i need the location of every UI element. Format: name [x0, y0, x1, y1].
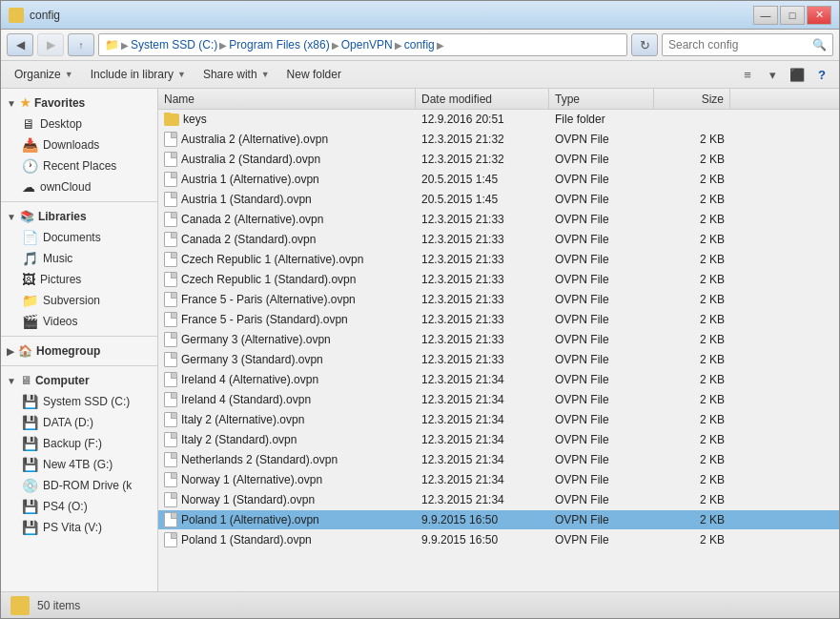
table-row[interactable]: Norway 1 (Standard).ovpn12.3.2015 21:34O… — [158, 490, 839, 510]
sidebar-item-desktop[interactable]: 🖥 Desktop — [1, 113, 157, 134]
table-row[interactable]: Austria 1 (Standard).ovpn20.5.2015 1:45O… — [158, 190, 839, 210]
breadcrumb-item-c[interactable]: System SSD (C:) — [131, 38, 217, 52]
table-row[interactable]: Canada 2 (Standard).ovpn12.3.2015 21:33O… — [158, 230, 839, 250]
sidebar-item-bd-rom[interactable]: 💿 BD-ROM Drive (k — [1, 475, 157, 496]
table-row[interactable]: keys12.9.2016 20:51File folder — [158, 110, 839, 130]
share-with-button[interactable]: Share with ▼ — [195, 63, 277, 86]
table-row[interactable]: Italy 2 (Standard).ovpn12.3.2015 21:34OV… — [158, 430, 839, 450]
file-size-cell: 2 KB — [654, 373, 730, 386]
table-row[interactable]: Norway 1 (Alternative).ovpn12.3.2015 21:… — [158, 470, 839, 490]
sidebar-item-system-ssd[interactable]: 💾 System SSD (C:) — [1, 391, 157, 412]
file-date-cell: 12.3.2015 21:33 — [416, 253, 549, 266]
table-row[interactable]: France 5 - Paris (Standard).ovpn12.3.201… — [158, 310, 839, 330]
file-icon — [164, 192, 177, 207]
include-library-button[interactable]: Include in library ▼ — [83, 63, 194, 86]
search-input[interactable] — [668, 38, 812, 52]
file-date-cell: 12.3.2015 21:34 — [416, 393, 549, 406]
item-count: 50 items — [37, 599, 80, 612]
view-options-button[interactable]: ▾ — [761, 64, 784, 85]
table-row[interactable]: Australia 2 (Alternative).ovpn12.3.2015 … — [158, 130, 839, 150]
file-name-cell: Italy 2 (Standard).ovpn — [158, 432, 416, 447]
libraries-header[interactable]: ▼ 📚 Libraries — [1, 206, 157, 227]
file-type-cell: OVPN File — [549, 513, 654, 526]
breadcrumb-item-program-files[interactable]: Program Files (x86) — [229, 38, 329, 52]
table-row[interactable]: Germany 3 (Standard).ovpn12.3.2015 21:33… — [158, 350, 839, 370]
sidebar-item-documents[interactable]: 📄 Documents — [1, 227, 157, 248]
sidebar-item-recent-places[interactable]: 🕐 Recent Places — [1, 155, 157, 176]
file-table[interactable]: Name Date modified Type Size keys12.9.20… — [158, 89, 839, 591]
table-row[interactable]: Germany 3 (Alternative).ovpn12.3.2015 21… — [158, 330, 839, 350]
breadcrumb[interactable]: 📁 ▶ System SSD (C:) ▶ Program Files (x86… — [98, 33, 627, 56]
header-name[interactable]: Name — [158, 89, 416, 109]
maximize-button[interactable]: □ — [780, 6, 805, 25]
sidebar-item-music[interactable]: 🎵 Music — [1, 248, 157, 269]
favorites-header[interactable]: ▼ ★ Favorites — [1, 93, 157, 113]
file-type-cell: OVPN File — [549, 393, 654, 406]
table-row[interactable]: Ireland 4 (Alternative).ovpn12.3.2015 21… — [158, 370, 839, 390]
table-row[interactable]: Canada 2 (Alternative).ovpn12.3.2015 21:… — [158, 210, 839, 230]
table-row[interactable]: Netherlands 2 (Standard).ovpn12.3.2015 2… — [158, 450, 839, 470]
sidebar-item-pictures[interactable]: 🖼 Pictures — [1, 269, 157, 290]
homegroup-header[interactable]: ▶ 🏠 Homegroup — [1, 340, 157, 361]
file-size-cell: 2 KB — [654, 313, 730, 326]
minimize-button[interactable]: — — [753, 6, 778, 25]
view-details-button[interactable]: ≡ — [736, 64, 759, 85]
sidebar-item-subversion-label: Subversion — [43, 294, 100, 307]
file-size-cell: 2 KB — [654, 273, 730, 286]
back-button[interactable]: ◀ — [7, 33, 33, 56]
file-icon — [164, 392, 177, 407]
file-size-cell: 2 KB — [654, 393, 730, 406]
new-folder-button[interactable]: New folder — [279, 63, 349, 86]
sidebar-item-owncloud-label: ownCloud — [40, 180, 91, 194]
table-row[interactable]: Australia 2 (Standard).ovpn12.3.2015 21:… — [158, 150, 839, 170]
sidebar-item-videos[interactable]: 🎬 Videos — [1, 311, 157, 332]
sidebar-item-data-d-label: DATA (D:) — [43, 416, 93, 429]
help-button[interactable]: ? — [810, 64, 833, 85]
table-row[interactable]: Czech Republic 1 (Alternative).ovpn12.3.… — [158, 250, 839, 270]
sidebar-item-documents-label: Documents — [43, 231, 101, 244]
sidebar-item-music-label: Music — [43, 252, 72, 265]
table-row[interactable]: Italy 2 (Alternative).ovpn12.3.2015 21:3… — [158, 410, 839, 430]
sidebar-item-subversion[interactable]: 📁 Subversion — [1, 290, 157, 311]
file-type-cell: OVPN File — [549, 533, 654, 547]
up-button[interactable]: ↑ — [68, 33, 94, 56]
sidebar-item-new-4tb[interactable]: 💾 New 4TB (G:) — [1, 454, 157, 475]
file-date-cell: 9.9.2015 16:50 — [416, 533, 549, 547]
header-size[interactable]: Size — [654, 89, 730, 109]
header-type[interactable]: Type — [549, 89, 654, 109]
file-size-cell: 2 KB — [654, 133, 730, 146]
sidebar-item-data-d[interactable]: 💾 DATA (D:) — [1, 412, 157, 433]
close-button[interactable]: ✕ — [807, 6, 831, 25]
sidebar-item-ps-vita[interactable]: 💾 PS Vita (V:) — [1, 517, 157, 538]
sidebar-item-backup-f[interactable]: 💾 Backup (F:) — [1, 433, 157, 454]
table-row[interactable]: France 5 - Paris (Alternative).ovpn12.3.… — [158, 290, 839, 310]
sidebar-item-downloads[interactable]: 📥 Downloads — [1, 134, 157, 155]
file-size-cell: 2 KB — [654, 353, 730, 366]
forward-button[interactable]: ▶ — [37, 33, 64, 56]
computer-header[interactable]: ▼ 🖥 Computer — [1, 370, 157, 391]
status-folder-icon — [10, 596, 30, 615]
view-pane-button[interactable]: ⬛ — [786, 64, 809, 85]
breadcrumb-item-openvpn[interactable]: OpenVPN — [341, 38, 393, 52]
search-bar[interactable]: 🔍 — [662, 33, 833, 56]
file-date-cell: 12.3.2015 21:34 — [416, 373, 549, 386]
header-date[interactable]: Date modified — [416, 89, 549, 109]
organize-button[interactable]: Organize ▼ — [7, 63, 81, 86]
file-name-cell: France 5 - Paris (Standard).ovpn — [158, 312, 416, 327]
refresh-button[interactable]: ↻ — [631, 33, 658, 56]
favorites-label: Favorites — [34, 96, 85, 110]
file-icon — [164, 312, 177, 327]
table-row[interactable]: Ireland 4 (Standard).ovpn12.3.2015 21:34… — [158, 390, 839, 410]
sidebar-divider-1 — [1, 201, 157, 202]
sidebar-item-ps4[interactable]: 💾 PS4 (O:) — [1, 496, 157, 517]
breadcrumb-item-config[interactable]: config — [404, 38, 435, 52]
homegroup-icon: 🏠 — [18, 344, 32, 358]
table-row[interactable]: Poland 1 (Standard).ovpn9.9.2015 16:50OV… — [158, 530, 839, 550]
file-name-cell: Austria 1 (Alternative).ovpn — [158, 172, 416, 187]
view-controls: ≡ ▾ ⬛ ? — [736, 64, 833, 85]
table-row[interactable]: Czech Republic 1 (Standard).ovpn12.3.201… — [158, 270, 839, 290]
file-date-cell: 12.3.2015 21:33 — [416, 353, 549, 366]
table-row[interactable]: Austria 1 (Alternative).ovpn20.5.2015 1:… — [158, 170, 839, 190]
table-row[interactable]: Poland 1 (Alternative).ovpn9.9.2015 16:5… — [158, 510, 839, 530]
sidebar-item-owncloud[interactable]: ☁ ownCloud — [1, 176, 157, 197]
